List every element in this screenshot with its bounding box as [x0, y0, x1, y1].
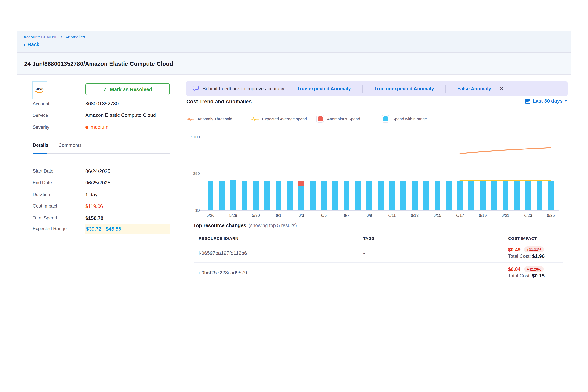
breadcrumb-bar: Account: CCM-NG › Anomalies ‹ Back: [17, 31, 571, 53]
breadcrumb-chevron-icon: ›: [61, 34, 62, 39]
total-spend-label: Total Spend: [33, 215, 85, 220]
resource-tags: -: [363, 250, 508, 256]
aws-icon: aws: [34, 85, 45, 96]
end-date-value: 06/25/2025: [85, 180, 110, 186]
feedback-true-unexpected-link[interactable]: True unexpected Anomaly: [374, 86, 434, 91]
mark-as-resolved-button[interactable]: ✓ Mark as Resolved: [85, 84, 170, 95]
table-row: i-06597ba197fe112b6 - $0.49 +33.33% Tota…: [194, 243, 563, 263]
calendar-icon: [525, 98, 530, 104]
resources-table-header: RESOURCE ID/ARN TAGS COST IMPACT: [194, 233, 563, 243]
duration-value: 1 day: [85, 192, 98, 197]
resource-cost-impact: $0.04 +42.26% Total Cost: $0.15: [508, 266, 563, 279]
total-cost-label: Total Cost:: [508, 254, 531, 259]
legend-anomaly-threshold[interactable]: Anomaly Threshold: [186, 116, 251, 121]
legend-label: Spend within range: [392, 116, 427, 121]
back-chevron-icon: ‹: [24, 42, 26, 47]
duration-row: Duration 1 day: [33, 189, 171, 200]
resources-table: RESOURCE ID/ARN TAGS COST IMPACT i-06597…: [194, 233, 563, 282]
page-title: 24 Jun/868001352780/Amazon Elastic Compu…: [24, 60, 173, 67]
total-cost-value: $0.15: [532, 273, 544, 279]
feedback-false-anomaly-link[interactable]: False Anomaly: [457, 86, 491, 91]
anomaly-detail-page: Account: CCM-NG › Anomalies ‹ Back 24 Ju…: [0, 0, 588, 392]
impact-percent-badge: +33.33%: [524, 246, 544, 252]
total-cost-value: $1.96: [532, 253, 544, 259]
anomalous-spend-swatch: [316, 115, 324, 122]
resource-tags: -: [363, 270, 508, 275]
cost-trend-chart: $0$50$1005/265/285/306/16/36/56/76/96/11…: [186, 128, 568, 224]
total-spend-row: Total Spend $158.78: [33, 212, 171, 223]
start-date-row: Start Date 06/24/2025: [33, 166, 171, 176]
expected-range-value: $39.72 - $48.56: [85, 224, 170, 234]
tabs-divider: [33, 153, 170, 154]
legend-spend-within-range[interactable]: Spend within range: [382, 115, 427, 122]
svg-text:aws: aws: [36, 86, 44, 91]
legend-label: Anomalous Spend: [327, 116, 360, 121]
legend-anomalous-spend[interactable]: Anomalous Spend: [316, 115, 382, 122]
impact-value: $0.04: [508, 266, 520, 272]
top-resource-changes: Top resource changes (showing top 5 resu…: [186, 222, 563, 282]
table-row: i-0b6f257223cad9579 - $0.04 +42.26% Tota…: [194, 263, 563, 282]
chart-legend: Anomaly Threshold Expected Average spend…: [186, 115, 427, 122]
severity-label: Severity: [33, 124, 85, 130]
check-icon: ✓: [103, 86, 107, 92]
anomaly-summary-panel: aws ✓ Mark as Resolved Account 868001352…: [17, 75, 176, 290]
end-date-label: End Date: [33, 180, 85, 185]
resources-subtitle: (showing top 5 results): [249, 223, 297, 228]
cost-impact-value: $119.06: [85, 203, 103, 209]
back-button[interactable]: ‹ Back: [24, 42, 40, 47]
legend-label: Expected Average spend: [262, 116, 307, 121]
impact-value: $0.49: [508, 246, 520, 252]
start-date-label: Start Date: [33, 168, 85, 174]
impact-percent-badge: +42.26%: [524, 266, 544, 272]
account-row: Account 868001352780: [33, 100, 171, 107]
date-range-selector[interactable]: Last 30 days ▾: [525, 98, 567, 104]
total-cost-line: Total Cost: $1.96: [508, 254, 544, 259]
active-tab-indicator: [33, 152, 47, 154]
feedback-close-icon[interactable]: ✕: [500, 86, 504, 92]
tab-comments[interactable]: Comments: [58, 142, 82, 148]
severity-dot-icon: [85, 126, 88, 128]
resolve-button-label: Mark as Resolved: [110, 86, 152, 92]
legend-label: Anomaly Threshold: [198, 116, 232, 121]
title-bar: 24 Jun/868001352780/Amazon Elastic Compu…: [17, 53, 571, 74]
col-cost-impact: COST IMPACT: [508, 236, 563, 240]
expected-range-label: Expected Range: [33, 226, 85, 231]
breadcrumb: Account: CCM-NG › Anomalies: [24, 34, 564, 39]
spend-within-range-swatch: [382, 115, 389, 122]
speech-bubble-icon: [192, 86, 199, 92]
expected-average-line-icon: [251, 116, 259, 121]
start-date-value: 06/24/2025: [85, 168, 110, 174]
trend-lines-overlay: [186, 128, 568, 224]
duration-label: Duration: [33, 192, 85, 197]
detail-tabs: Details Comments: [33, 142, 82, 148]
cost-impact-row: Cost Impact $119.06: [33, 200, 171, 211]
col-resource-id: RESOURCE ID/ARN: [199, 236, 363, 240]
col-tags: TAGS: [363, 236, 508, 240]
feedback-prompt: Submit Feedback to improve accuracy:: [202, 86, 286, 91]
expected-range-row: Expected Range $39.72 - $48.56: [33, 223, 171, 234]
total-spend-value: $158.78: [85, 215, 104, 221]
aws-provider-logo: aws: [32, 82, 47, 99]
tab-details[interactable]: Details: [33, 142, 48, 148]
breadcrumb-account-link[interactable]: Account: CCM-NG: [24, 34, 58, 39]
breadcrumb-anomalies-link[interactable]: Anomalies: [65, 34, 85, 39]
feedback-divider: [446, 85, 446, 92]
service-value: Amazon Elastic Compute Cloud: [85, 112, 156, 118]
total-cost-line: Total Cost: $0.15: [508, 273, 544, 279]
resource-id: i-0b6f257223cad9579: [199, 270, 363, 275]
chevron-down-icon: ▾: [565, 99, 567, 103]
resource-cost-impact: $0.49 +33.33% Total Cost: $1.96: [508, 246, 563, 260]
severity-text: medium: [91, 124, 108, 130]
cost-impact-label: Cost Impact: [33, 203, 85, 209]
resources-title: Top resource changes: [193, 222, 246, 228]
chart-title: Cost Trend and Anomalies: [186, 99, 252, 104]
severity-value: medium: [85, 124, 108, 130]
account-value: 868001352780: [85, 101, 119, 106]
feedback-true-expected-link[interactable]: True expected Anomaly: [297, 86, 351, 91]
legend-expected-average[interactable]: Expected Average spend: [251, 116, 316, 121]
service-label: Service: [33, 112, 85, 118]
service-row: Service Amazon Elastic Compute Cloud: [33, 112, 171, 118]
account-label: Account: [33, 101, 85, 106]
severity-row: Severity medium: [33, 124, 171, 130]
feedback-bar: Submit Feedback to improve accuracy: Tru…: [186, 82, 568, 96]
